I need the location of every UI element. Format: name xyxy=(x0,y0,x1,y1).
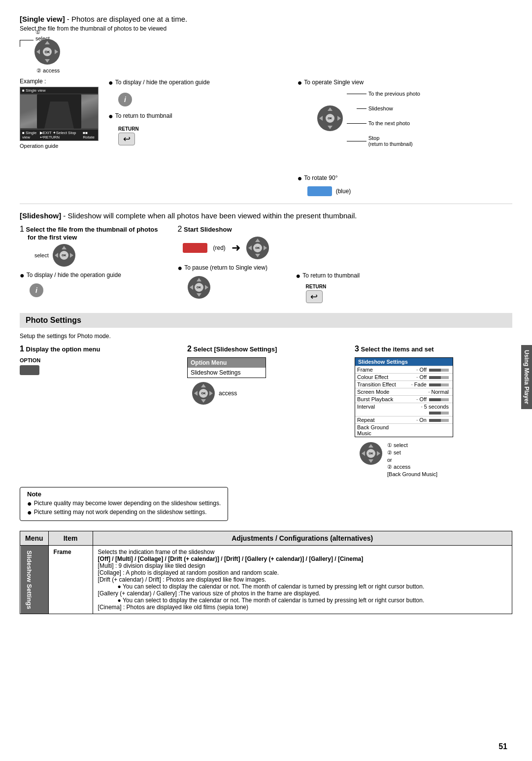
note-item-1: ● Picture quality may become lower depen… xyxy=(27,500,221,508)
single-view-title: [Single view] - Photos are displayed one… xyxy=(20,15,512,23)
ss-table-header: Slideshow Settings xyxy=(355,358,453,366)
single-view-subtitle: Select the file from the thumbnail of ph… xyxy=(20,25,512,32)
ps-step2-dpad[interactable]: OK xyxy=(192,382,215,405)
ok-button[interactable]: OK xyxy=(43,47,52,56)
bgm-label: [Back Ground Music] xyxy=(387,471,437,477)
option-menu-title: Option Menu xyxy=(188,358,266,368)
bullet-pause: ● To pause (return to Single view) xyxy=(178,264,276,272)
ss-row-colour: Colour Effect · Off xyxy=(355,373,453,380)
slideshow-section: [Slideshow] - Slideshow will complete wh… xyxy=(20,211,512,303)
slideshow-label: Slideshow xyxy=(368,105,393,111)
slideshow-settings-table: Slideshow Settings Frame · Off Colour Ef… xyxy=(355,357,453,437)
info-icon-2: i xyxy=(30,283,43,297)
ps-step2-access: access xyxy=(219,390,237,397)
info-icon-1: i xyxy=(118,93,288,106)
example-image: ■ Single view ■ Single view ▶EXIT ✦Selec… xyxy=(20,87,99,141)
photo-settings-subtitle: Setup the settings for Photo mode. xyxy=(20,333,512,340)
slideshow-step2-dpad[interactable]: OK xyxy=(246,237,269,259)
operate-dpad[interactable]: OK xyxy=(317,105,343,131)
next-photo-label: To the next photo xyxy=(368,120,410,126)
page-number: 51 xyxy=(499,742,507,751)
menu-cell: Slideshow Settings xyxy=(20,546,49,614)
bullet-return-thumbnail: ● To return to thumbnail xyxy=(108,112,288,120)
step2-label: ② access xyxy=(36,68,60,74)
ps-col2: 2 Select [Slideshow Settings] Option Men… xyxy=(187,345,345,477)
prev-photo-label: To the previous photo xyxy=(368,91,420,97)
step1-detail: select xyxy=(34,252,49,258)
ps-col3: 3 Select the items and set Slideshow Set… xyxy=(355,345,512,477)
ss-row-burst: Burst Playback · Off xyxy=(355,395,453,403)
ps-step2-header: 2 Select [Slideshow Settings] xyxy=(187,345,345,353)
slideshow-desc: - Slideshow will complete when all photo… xyxy=(61,211,357,220)
pause-dpad: OK xyxy=(188,276,276,299)
step2-title: Start Slideshow xyxy=(184,226,232,233)
ps-step3-header: 3 Select the items and set xyxy=(355,345,512,353)
ps-step3-title: Select the items and set xyxy=(361,346,434,353)
red-button[interactable] xyxy=(183,243,207,253)
return-label-top: RETURN xyxy=(118,126,139,132)
option-menu: Option Menu Slideshow Settings xyxy=(187,357,266,378)
ss-row-transition: Transition Effect · Fade xyxy=(355,380,453,388)
note-item-2: ● Picture setting may not work depending… xyxy=(27,509,221,517)
step1-title: Select the file from the thumbnail of ph… xyxy=(26,226,158,233)
dpad-control[interactable]: OK xyxy=(34,39,60,65)
access-label: ② access xyxy=(387,464,437,470)
bullet-rotate: ● To rotate 90° xyxy=(298,174,512,182)
operation-guide-label: Operation guide xyxy=(20,143,99,149)
photo-settings-header: Photo Settings xyxy=(20,313,512,328)
step2-detail: (red) xyxy=(213,244,226,251)
bullet-display-hide: ● To display / hide the operation guide xyxy=(108,79,288,87)
slideshow-bracket: [Slideshow] xyxy=(20,211,61,220)
return-button[interactable]: ↩ xyxy=(118,133,135,145)
photo-settings-title: Photo Settings xyxy=(26,316,81,324)
return-button-2[interactable]: ↩ xyxy=(306,290,323,303)
table-row-frame: Slideshow Settings Frame Selects the ind… xyxy=(20,546,512,614)
single-view-bracket: [Single view] xyxy=(20,15,65,23)
return-label-2: RETURN xyxy=(306,284,327,289)
adj-cell-frame: Selects the indication frame of the slid… xyxy=(93,546,512,614)
blue-button[interactable] xyxy=(307,186,332,196)
ss-row-screen: Screen Mode · Normal xyxy=(355,388,453,395)
bullet-return-thumbnail-2: ● To return to thumbnail xyxy=(296,272,375,280)
option-label: OPTION xyxy=(20,357,177,363)
bullet-operate-title: ● To operate Single view xyxy=(298,79,512,87)
blue-label: (blue) xyxy=(336,188,351,195)
select-label: ① select xyxy=(387,442,437,449)
stop-label: Stop(return to thumbnail) xyxy=(368,135,413,147)
ps-col1: 1 Display the option menu OPTION xyxy=(20,345,177,477)
ss-row-interval: Interval · 5 seconds xyxy=(355,403,453,416)
col-adj-header: Adjustments / Configurations (alternativ… xyxy=(93,531,512,546)
ps-step1-header: 1 Display the option menu xyxy=(20,345,177,353)
col-menu-header: Menu xyxy=(20,531,49,546)
bullet-display-hide-2: ● To display / hide the operation guide xyxy=(20,272,158,279)
ps-step3-dpad[interactable]: OK xyxy=(360,442,382,465)
side-tab: Using Media Player xyxy=(521,345,532,409)
ps-step2-title: Select [Slideshow Settings] xyxy=(194,346,277,353)
bottom-table: Menu Item Adjustments / Configurations (… xyxy=(20,531,512,614)
option-menu-item[interactable]: Slideshow Settings xyxy=(188,368,266,378)
ss-row-frame: Frame · Off xyxy=(355,366,453,373)
item-cell-frame: Frame xyxy=(48,546,93,614)
note-title: Note xyxy=(27,490,221,498)
example-label: Example : xyxy=(20,78,99,85)
ps-step1-title: Display the option menu xyxy=(26,346,100,353)
step1-sub: for the first view xyxy=(28,234,77,241)
or-label: or xyxy=(387,457,437,463)
ss-row-bgm: Back Ground Music xyxy=(355,423,453,437)
col-item-header: Item xyxy=(48,531,93,546)
ss-row-repeat: Repeat · On xyxy=(355,416,453,423)
option-button[interactable] xyxy=(20,365,39,375)
single-view-desc: - Photos are displayed one at a time. xyxy=(65,15,187,23)
step2-num: 2 xyxy=(178,225,182,233)
slideshow-step1-dpad[interactable]: OK xyxy=(53,244,75,267)
slideshow-step1-header: 1 Select the file from the thumbnail of … xyxy=(20,225,158,241)
slideshow-title: [Slideshow] - Slideshow will complete wh… xyxy=(20,211,512,220)
step1-num: 1 xyxy=(20,225,24,233)
set-label: ② set xyxy=(387,450,437,456)
slideshow-step2-header: 2 Start Slideshow xyxy=(178,225,276,234)
